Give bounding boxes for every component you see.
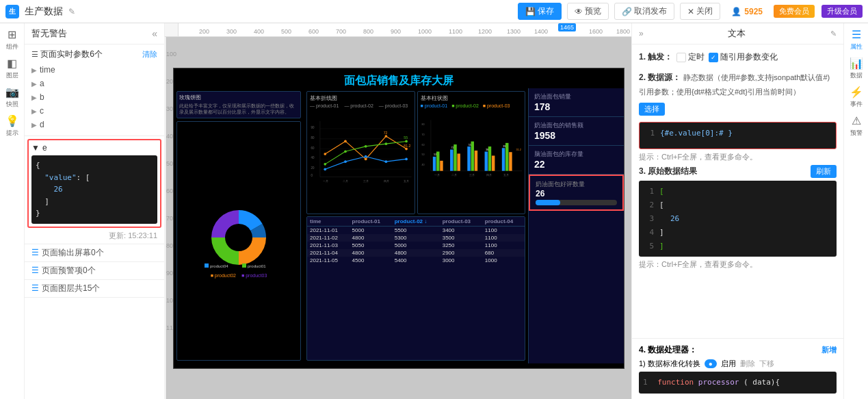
select-button[interactable]: 选择 [639, 103, 665, 116]
svg-point-33 [385, 160, 388, 163]
param-change-label: 随引用参数变化 [720, 50, 778, 65]
param-e-json: { "value": [ 26 ] } [31, 155, 157, 224]
save-button[interactable]: 💾 保存 [518, 3, 562, 20]
svg-rect-59 [484, 151, 487, 170]
svg-text:二月: 二月 [343, 179, 348, 182]
far-right-events[interactable]: ⚡ 事件 [844, 83, 869, 111]
output-screens: ☰ 页面输出屏幕0个 [25, 244, 164, 262]
icon-sidebar: ⊞ 组件 ◧ 图层 📷 快照 💡 提示 [0, 23, 25, 399]
bar-chart-svg: 80 70 60 50 40 5 [421, 110, 523, 192]
enable-toggle[interactable]: ● [705, 359, 717, 368]
bar-chart-legend: ■ product-01■ product-02■ product-03 [421, 103, 523, 108]
svg-text:80: 80 [311, 136, 314, 139]
svg-text:20: 20 [311, 166, 314, 170]
enable-label: 启用 [721, 359, 736, 369]
param-time[interactable]: ▶ time [31, 63, 157, 77]
svg-text:55: 55 [468, 143, 471, 146]
datasource-row: 2. 数据源： 静态数据（使用#参数,支持jsonpath默认值#)引用参数；使… [639, 70, 837, 117]
table-row: 2021-11-054500540030001000 [307, 257, 525, 264]
delete-button[interactable]: 删除 [740, 359, 755, 369]
result-line-3: 3 26 [643, 212, 832, 226]
line-chart-title: 基本折线图 [310, 94, 412, 102]
far-right-warnings[interactable]: ⚠ 预警 [844, 112, 869, 140]
svg-rect-52 [453, 144, 456, 171]
line-num-5: 5 [643, 240, 654, 253]
canvas-area: 200 300 400 500 600 700 800 900 1000 110… [165, 23, 631, 399]
th-time: time [307, 217, 350, 227]
right-panel-header: » 文本 ✎ [632, 23, 843, 44]
param-b[interactable]: ▶ b [31, 90, 157, 104]
sidebar-item-hint[interactable]: 💡 提示 [0, 112, 25, 140]
svg-text:55: 55 [404, 136, 408, 140]
layer-label: 图层 [6, 71, 18, 80]
sidebar-item-layer[interactable]: ◧ 图层 [0, 55, 25, 82]
vip-button[interactable]: 升级会员 [821, 5, 863, 18]
donut-info: 玫瑰饼图 此处给予丰富文字，仅呈现和展示数据的一些数据，收录及展示数量都可以百分… [176, 91, 301, 119]
svg-text:四月: 四月 [384, 179, 389, 182]
timer-checkbox[interactable]: 定时 [676, 50, 705, 65]
th-p2: product-02 ↓ [392, 217, 440, 227]
layer-count: ☰ 页面图层共15个 [25, 280, 164, 298]
events-label: 事件 [850, 100, 863, 109]
params-section: ☰ 页面实时参数6个 清除 ▶ time ▶ a ▶ b ▶ c [25, 44, 164, 136]
top-charts: 基本折线图 — product-01— product-02— product-… [306, 91, 525, 214]
processor-actions-row: 1) 数据标准化转换 ● 启用 删除 下移 [639, 359, 837, 369]
sidebar-item-component[interactable]: ⊞ 组件 [0, 26, 25, 53]
arrow-icon: ▶ [31, 107, 37, 115]
svg-text:0: 0 [311, 174, 313, 177]
close-button[interactable]: ✕ 关闭 [680, 3, 720, 20]
far-right-attributes[interactable]: ☰ 属性 [844, 26, 869, 53]
donut-info-title: 玫瑰饼图 [179, 94, 298, 101]
svg-rect-0 [205, 263, 209, 268]
stat-progress-bar-container [536, 200, 617, 205]
far-right-data[interactable]: 📊 数据 [844, 55, 869, 82]
clear-params-button[interactable]: 清除 [142, 49, 157, 60]
svg-text:38: 38 [486, 149, 488, 151]
svg-point-31 [344, 160, 347, 163]
dashboard-inner: 玫瑰饼图 此处给予丰富文字，仅呈现和展示数据的一些数据，收录及展示数量都可以百分… [174, 88, 624, 363]
preview-button[interactable]: 👁 预览 [567, 3, 609, 20]
param-change-checkbox[interactable]: ✓ 随引用参数变化 [709, 50, 778, 65]
new-processor-button[interactable]: 新增 [821, 345, 837, 355]
table-row: 2021-11-04480048002900680 [307, 249, 525, 257]
snapshot-label: 快照 [6, 100, 18, 109]
svg-rect-53 [457, 153, 460, 170]
sidebar-item-snapshot[interactable]: 📷 快照 [0, 83, 25, 111]
svg-text:三月: 三月 [363, 179, 369, 182]
title-edit-icon[interactable]: ✎ [68, 7, 75, 16]
svg-rect-47 [432, 156, 435, 170]
processor-label: 4. 数据处理器： [639, 344, 697, 356]
donut-legend: ■ product02 ■ product03 [211, 273, 267, 278]
svg-rect-60 [488, 146, 490, 171]
svg-text:81.2: 81.2 [404, 144, 410, 148]
param-e-header[interactable]: ▼ e [31, 143, 157, 153]
table-row: 2021-11-035050500032501100 [307, 242, 525, 249]
code-editor[interactable]: 1 {#e.value[0]:# } [639, 122, 837, 149]
param-a[interactable]: ▶ a [31, 77, 157, 90]
param-d[interactable]: ▶ d [31, 118, 157, 131]
svg-rect-63 [501, 148, 504, 170]
line-num-1: 1 [643, 185, 654, 198]
cancel-publish-button[interactable]: 🔗 取消发布 [614, 3, 674, 20]
move-down-button[interactable]: 下移 [759, 359, 774, 369]
result-box: 1 [ 2 [ 3 26 4 ] 5 ] [639, 181, 837, 257]
right-panel-title: 文本 [728, 27, 746, 40]
code-expression: {#e.value[0]:# } [660, 127, 733, 140]
warning-items: ☰ 页面预警项0个 [25, 262, 164, 280]
arrow-icon: ▶ [31, 94, 37, 101]
upgrade-button[interactable]: 免费会员 [774, 5, 815, 18]
refresh-button[interactable]: 刷新 [811, 165, 837, 178]
canvas-body: 100 200 300 400 500 600 700 800 900 1000… [165, 37, 631, 399]
vertical-ruler: 100 200 300 400 500 600 700 800 900 1000… [165, 37, 166, 399]
data-icon: 📊 [850, 57, 863, 70]
svg-point-23 [324, 162, 326, 165]
result-line-5: 5 ] [643, 240, 832, 253]
svg-point-18 [344, 140, 347, 142]
arrow-icon: ▶ [31, 80, 37, 88]
param-c[interactable]: ▶ c [31, 104, 157, 118]
data-table-container: time product-01 product-02 ↓ product-03 … [306, 216, 525, 361]
collapse-icon[interactable]: « [152, 28, 157, 39]
dashboard-title: 面包店销售及库存大屏 [174, 68, 624, 88]
right-panel-edit-icon[interactable]: ✎ [830, 29, 837, 38]
user-score: 5925 [744, 7, 763, 16]
